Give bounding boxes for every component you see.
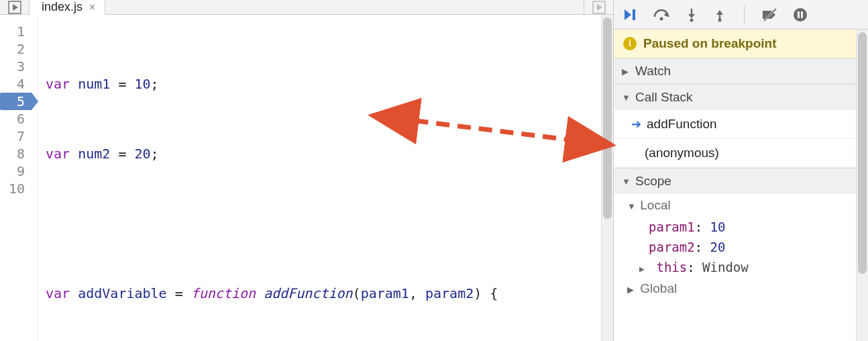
step-out-button[interactable] <box>713 7 726 22</box>
debugger-toolbar <box>614 0 868 30</box>
paused-label: Paused on breakpoint <box>643 36 776 51</box>
paused-banner: i Paused on breakpoint <box>614 30 868 58</box>
code-line: var addVariable = function addFunction(p… <box>44 285 601 302</box>
svg-marker-4 <box>625 9 631 20</box>
stack-frame[interactable]: (anonymous) <box>614 139 868 168</box>
svg-point-17 <box>794 8 807 21</box>
svg-rect-5 <box>633 9 635 20</box>
svg-marker-9 <box>688 14 695 18</box>
svg-point-10 <box>690 18 694 21</box>
toggle-preview-button[interactable] <box>584 0 613 14</box>
svg-rect-19 <box>801 11 803 18</box>
svg-marker-3 <box>597 4 602 11</box>
pause-on-exceptions-button[interactable] <box>793 7 808 22</box>
step-over-icon <box>653 7 670 22</box>
editor-scrollbar[interactable] <box>601 15 613 341</box>
scope-header[interactable]: ▼ Scope <box>614 168 868 194</box>
debugger-sidebar: i Paused on breakpoint ▶ Watch ▼ Call St… <box>614 0 868 341</box>
svg-point-7 <box>660 17 663 20</box>
step-into-icon <box>685 7 698 22</box>
editor-pane: index.js × 1 2 3 4 5 6 7 8 9 10 var num1… <box>0 0 614 341</box>
current-frame-icon: ➔ <box>631 117 641 132</box>
resume-button[interactable] <box>623 7 638 22</box>
code-area[interactable]: var num1 = 10; var num2 = 20; var addVar… <box>38 15 601 341</box>
svg-marker-1 <box>13 4 18 11</box>
chevron-down-icon: ▼ <box>622 93 631 103</box>
callstack-section: ▼ Call Stack ➔ addFunction (anonymous) <box>614 85 868 168</box>
step-into-button[interactable] <box>685 7 698 22</box>
callstack-header[interactable]: ▼ Call Stack <box>614 85 868 110</box>
editor-tabbar: index.js × <box>0 0 613 15</box>
pause-circle-icon <box>793 7 808 22</box>
code-line: var num1 = 10; <box>44 75 601 93</box>
chevron-down-icon: ▼ <box>627 201 637 211</box>
code-line <box>44 215 601 232</box>
svg-rect-18 <box>798 11 800 18</box>
scope-global-header[interactable]: ▶ Global <box>614 277 868 300</box>
toggle-navigator-button[interactable] <box>0 0 30 14</box>
scope-local-header[interactable]: ▼ Local <box>614 194 868 217</box>
toolbar-divider <box>744 5 745 24</box>
tab-filename: index.js <box>42 0 83 14</box>
chevron-right-icon: ▶ <box>639 264 649 274</box>
info-icon: i <box>623 37 637 50</box>
step-over-button[interactable] <box>653 7 670 22</box>
watch-header[interactable]: ▶ Watch <box>614 58 868 84</box>
breakpoint-marker[interactable]: 5 <box>0 93 32 110</box>
scrollbar-thumb[interactable] <box>603 17 612 219</box>
scope-variable[interactable]: param2: 20 <box>614 237 868 257</box>
breakpoints-disabled-icon <box>762 7 778 22</box>
scope-section: ▼ Scope ▼ Local param1: 10 param2: 20 ▶ … <box>614 168 868 300</box>
chevron-right-icon: ▶ <box>627 285 637 295</box>
tab-index-js[interactable]: index.js × <box>30 0 105 14</box>
scope-variable[interactable]: param1: 10 <box>614 217 868 237</box>
chevron-right-icon: ▶ <box>622 66 631 77</box>
sidebar-scrollbar[interactable] <box>856 30 868 341</box>
scope-variable-this[interactable]: ▶ this: Window <box>614 257 868 277</box>
play-box-icon <box>592 1 606 14</box>
deactivate-breakpoints-button[interactable] <box>762 7 778 22</box>
close-icon[interactable]: × <box>89 1 95 13</box>
watch-section: ▶ Watch <box>614 58 868 85</box>
stack-frame-current[interactable]: ➔ addFunction <box>614 110 868 139</box>
step-out-icon <box>713 7 726 22</box>
svg-point-13 <box>718 18 722 21</box>
play-box-icon <box>8 1 21 14</box>
line-number-gutter[interactable]: 1 2 3 4 5 6 7 8 9 10 <box>0 15 38 341</box>
chevron-down-icon: ▼ <box>622 177 631 187</box>
code-line: var num2 = 20; <box>44 145 601 162</box>
scrollbar-thumb[interactable] <box>858 32 867 274</box>
code-editor[interactable]: 1 2 3 4 5 6 7 8 9 10 var num1 = 10; var … <box>0 15 613 341</box>
resume-icon <box>623 7 638 22</box>
svg-marker-12 <box>716 10 723 15</box>
